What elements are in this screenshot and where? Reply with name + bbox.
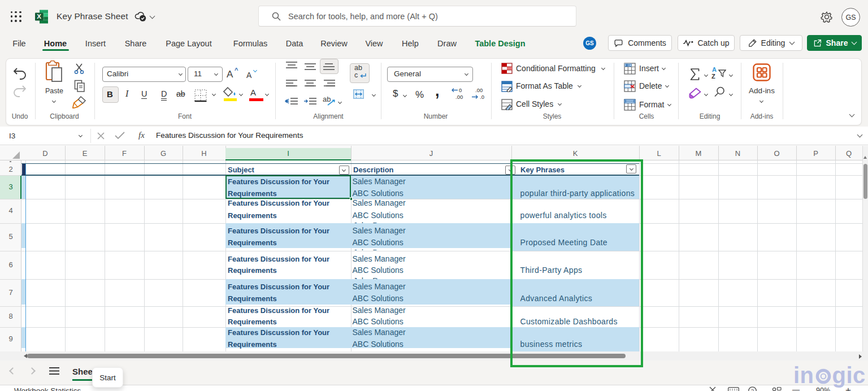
- svg-text:?: ?: [751, 388, 754, 391]
- svg-text:X: X: [37, 13, 41, 20]
- svg-text:.00: .00: [455, 94, 463, 100]
- svg-text:0: 0: [459, 88, 462, 93]
- svg-text:.0: .0: [480, 94, 484, 100]
- svg-text:.00: .00: [475, 88, 483, 93]
